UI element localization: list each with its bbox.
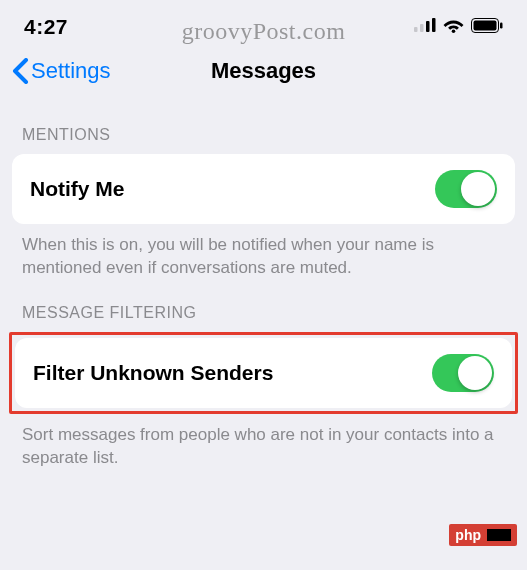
svg-rect-2 bbox=[426, 21, 430, 32]
notify-me-label: Notify Me bbox=[30, 177, 125, 201]
chevron-left-icon bbox=[12, 58, 29, 84]
section-footer-mentions: When this is on, you will be notified wh… bbox=[0, 224, 527, 280]
section-header-mentions: MENTIONS bbox=[0, 102, 527, 154]
svg-rect-0 bbox=[414, 27, 418, 32]
php-watermark-badge: php bbox=[449, 524, 517, 546]
cellular-signal-icon bbox=[414, 18, 436, 36]
notify-me-toggle[interactable] bbox=[435, 170, 497, 208]
status-icons bbox=[414, 18, 503, 37]
svg-point-4 bbox=[452, 29, 456, 33]
svg-rect-1 bbox=[420, 24, 424, 32]
filter-unknown-senders-toggle[interactable] bbox=[432, 354, 494, 392]
section-footer-filtering: Sort messages from people who are not in… bbox=[0, 414, 527, 470]
highlight-annotation: Filter Unknown Senders bbox=[9, 332, 518, 414]
nav-bar: Settings Messages bbox=[0, 48, 527, 102]
status-time: 4:27 bbox=[24, 15, 68, 39]
back-label: Settings bbox=[31, 58, 111, 84]
status-bar: 4:27 bbox=[0, 0, 527, 48]
battery-icon bbox=[471, 18, 503, 37]
page-title: Messages bbox=[211, 58, 316, 84]
svg-rect-3 bbox=[432, 18, 436, 32]
php-badge-text: php bbox=[455, 527, 481, 543]
filter-unknown-senders-row[interactable]: Filter Unknown Senders bbox=[15, 338, 512, 408]
blackbox-icon bbox=[487, 529, 511, 541]
svg-rect-6 bbox=[474, 20, 497, 30]
filter-unknown-senders-label: Filter Unknown Senders bbox=[33, 361, 273, 385]
svg-rect-7 bbox=[500, 22, 503, 28]
section-header-filtering: MESSAGE FILTERING bbox=[0, 280, 527, 332]
toggle-knob bbox=[461, 172, 495, 206]
toggle-knob bbox=[458, 356, 492, 390]
back-button[interactable]: Settings bbox=[12, 58, 111, 84]
wifi-icon bbox=[443, 18, 464, 37]
notify-me-row[interactable]: Notify Me bbox=[12, 154, 515, 224]
